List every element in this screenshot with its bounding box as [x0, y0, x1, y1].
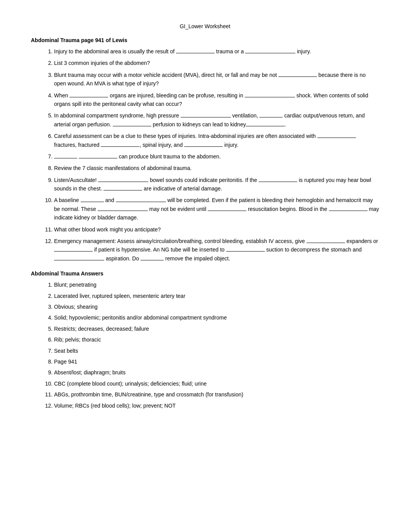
question-1: Injury to the abdominal area is usually …: [54, 47, 379, 56]
question-9: Listen/Auscultate! bowel sounds could in…: [54, 176, 379, 193]
answer-3: Obvious; shearing: [54, 303, 379, 311]
answer-10: CBC (complete blood count); urinalysis; …: [54, 379, 379, 388]
answer-5: Restricts; decreases, decreased; failure: [54, 325, 379, 333]
question-6: Careful assessment can be a clue to thes…: [54, 132, 379, 149]
question-11: What other blood work might you anticipa…: [54, 225, 379, 234]
answer-11: ABGs, prothrombin time, BUN/creatinine, …: [54, 390, 379, 399]
question-2: List 3 common injuries of the abdomen?: [54, 59, 379, 67]
answer-6: Rib; pelvis; thoracic: [54, 335, 379, 344]
question-5: In abdominal compartment syndrome, high …: [54, 111, 379, 129]
question-12: Emergency management: Assess airway/circ…: [54, 237, 379, 263]
answer-2: Lacerated liver, ruptured spleen, mesent…: [54, 292, 379, 300]
answer-4: Solid; hypovolemic; peritonitis and/or a…: [54, 313, 379, 322]
answer-9: Absent/lost; diaphragm; bruits: [54, 368, 379, 377]
questions-list: Injury to the abdominal area is usually …: [31, 47, 379, 263]
page-title: GI_Lower Worksheet: [31, 23, 379, 29]
answer-8: Page 941: [54, 357, 379, 366]
question-8: Review the 7 classic manifestations of a…: [54, 164, 379, 172]
question-3: Blunt trauma may occur with a motor vehi…: [54, 71, 379, 88]
question-7: can produce blunt trauma to the abdomen.: [54, 152, 379, 161]
section1-heading: Abdominal Trauma page 941 of Lewis: [31, 37, 379, 43]
answer-12: Volume; RBCs (red blood cells); low; pre…: [54, 401, 379, 410]
question-4: When organs are injured, bleeding can be…: [54, 91, 379, 109]
answer-1: Blunt; penetrating: [54, 280, 379, 289]
section2-heading: Abdominal Trauma Answers: [31, 270, 379, 277]
answers-list: Blunt; penetrating Lacerated liver, rupt…: [31, 280, 379, 410]
question-10: A baseline and will be completed. Even i…: [54, 196, 379, 222]
answer-7: Seat belts: [54, 347, 379, 355]
